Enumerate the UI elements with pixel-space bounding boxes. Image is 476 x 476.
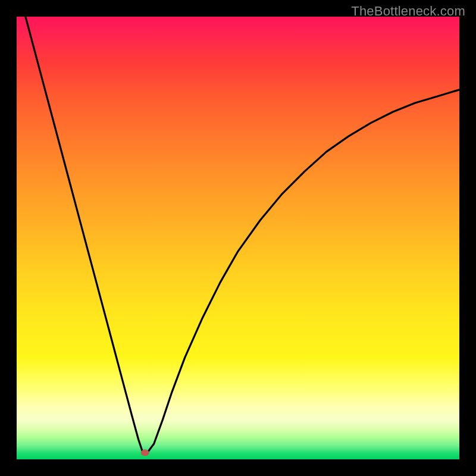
bottleneck-curve bbox=[26, 17, 459, 453]
chart-svg bbox=[17, 17, 459, 459]
plot-area bbox=[17, 17, 459, 459]
minimum-marker bbox=[141, 449, 149, 456]
chart-frame: TheBottleneck.com bbox=[0, 0, 476, 476]
